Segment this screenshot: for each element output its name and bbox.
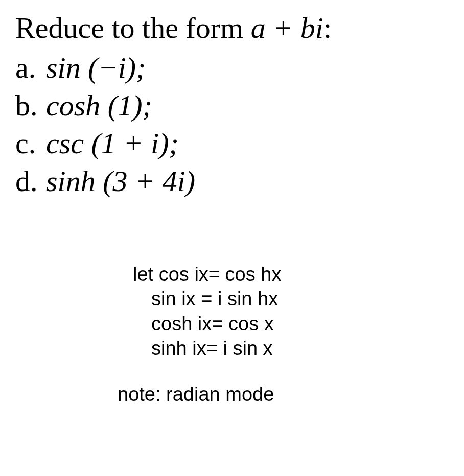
problem-expression-b: cosh (1); [46, 87, 152, 125]
note-line: note: radian mode [118, 384, 449, 406]
hint-line-2: sin ix = i sin hx [151, 287, 449, 312]
problem-item-b: b. cosh (1); [15, 87, 449, 125]
hint-line-1: let cos ix= cos hx [133, 262, 449, 287]
problem-label-a: a. [15, 49, 46, 87]
problem-item-c: c. csc (1 + i); [15, 125, 449, 162]
hint-line-3: cosh ix= cos x [151, 312, 449, 337]
problem-expression-c: csc (1 + i); [46, 125, 179, 162]
title-suffix: : [323, 11, 332, 44]
problem-label-c: c. [15, 125, 46, 162]
problem-label-b: b. [15, 87, 46, 125]
problem-expression-a: sin (−i); [46, 49, 146, 87]
problem-label-d: d. [15, 162, 46, 200]
title-prefix: Reduce to the form [15, 11, 251, 44]
problem-expression-d: sinh (3 + 4i) [46, 162, 195, 200]
hints-block: let cos ix= cos hx sin ix = i sin hx cos… [133, 262, 449, 362]
problem-item-a: a. sin (−i); [15, 49, 449, 87]
title-expression: a + bi [251, 11, 323, 44]
problem-list: a. sin (−i); b. cosh (1); c. csc (1 + i)… [15, 49, 449, 201]
problem-title: Reduce to the form a + bi: [15, 10, 449, 46]
hint-line-4: sinh ix= i sin x [151, 336, 449, 361]
problem-item-d: d. sinh (3 + 4i) [15, 162, 449, 200]
